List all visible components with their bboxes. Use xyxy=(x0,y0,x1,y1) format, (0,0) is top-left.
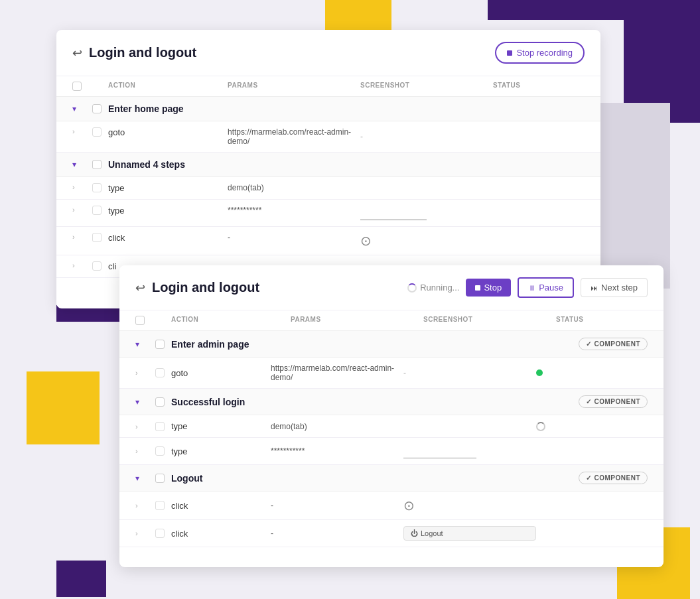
running-label: Running... xyxy=(407,283,459,293)
front-row-type-2-expand[interactable]: › xyxy=(135,447,155,455)
front-params-header: PARAMS xyxy=(291,316,423,325)
front-section-2: ▾ Successful login ✓ COMPONENT xyxy=(119,389,664,415)
component-check-icon-2: ✓ xyxy=(586,398,592,405)
front-row-type-1: › type demo(tab) xyxy=(119,415,664,438)
back-row-type-1-expand[interactable]: › xyxy=(72,183,92,193)
pause-icon: ⏸ xyxy=(528,284,535,292)
back-panel-title-group: ↩ Login and logout xyxy=(72,45,196,60)
next-step-label: Next step xyxy=(601,283,638,293)
front-section-3-checkbox[interactable] xyxy=(155,474,165,483)
front-section-3-chevron[interactable]: ▾ xyxy=(135,474,155,483)
pause-label: Pause xyxy=(539,283,563,293)
back-row-goto-status xyxy=(493,127,585,146)
back-row-goto: › goto https://marmelab.com/react-admin-… xyxy=(56,121,600,153)
power-icon: ⏻ xyxy=(411,529,418,537)
back-select-all-checkbox[interactable] xyxy=(72,82,82,91)
back-row-type-2-screenshot xyxy=(360,206,493,220)
front-row-click-1-expand[interactable]: › xyxy=(135,501,155,509)
back-row-click-1-action: click xyxy=(108,233,228,249)
front-row-click-2: › click - ⏻ Logout xyxy=(119,520,664,547)
front-section-2-checkbox[interactable] xyxy=(155,397,165,407)
back-row-cli-expand[interactable]: › xyxy=(72,261,92,271)
back-row-goto-expand[interactable]: › xyxy=(72,127,92,146)
front-row-type-1-status xyxy=(536,422,648,431)
back-panel-header: ↩ Login and logout Stop recording xyxy=(56,30,600,76)
front-row-click-2-checkbox[interactable] xyxy=(155,529,165,538)
stop-square-icon xyxy=(507,50,512,56)
front-section-1-title: Enter admin page xyxy=(171,339,579,350)
front-row-type-2-params: *********** xyxy=(271,446,403,456)
back-row-type-1-screenshot xyxy=(360,183,493,193)
stop-button[interactable]: Stop xyxy=(466,279,511,297)
front-section-1-chevron[interactable]: ▾ xyxy=(135,340,155,349)
back-row-click-1-expand[interactable]: › xyxy=(72,233,92,249)
back-row-type-1: › type demo(tab) xyxy=(56,177,600,200)
back-row-goto-params: https://marmelab.com/react-admin-demo/ xyxy=(228,127,360,146)
front-section-1-checkbox[interactable] xyxy=(155,340,165,349)
deco-purple-top xyxy=(488,0,627,20)
front-row-click-1-checkbox[interactable] xyxy=(155,501,165,510)
front-row-click-2-params: - xyxy=(271,529,403,538)
front-row-goto-checkbox[interactable] xyxy=(155,368,165,377)
running-spinner-icon xyxy=(407,283,417,293)
front-section-2-title: Successful login xyxy=(171,397,579,407)
front-row-click-2-screenshot: ⏻ Logout xyxy=(403,526,536,541)
front-table-header: ACTION PARAMS SCREENSHOT STATUS xyxy=(119,310,664,331)
front-select-all-checkbox[interactable] xyxy=(135,316,145,325)
back-section-1-chevron[interactable]: ▾ xyxy=(72,104,92,113)
stop-recording-label: Stop recording xyxy=(516,48,573,58)
front-row-goto: › goto https://marmelab.com/react-admin-… xyxy=(119,358,664,389)
front-section-1-badge: ✓ COMPONENT xyxy=(579,338,648,350)
front-section-1: ▾ Enter admin page ✓ COMPONENT xyxy=(119,331,664,358)
deco-purple-bottom-small xyxy=(56,561,106,597)
back-row-click-1-checkbox[interactable] xyxy=(92,233,102,242)
front-screenshot-input[interactable] xyxy=(403,444,476,458)
back-row-type-1-params: demo(tab) xyxy=(228,183,360,193)
back-row-cli-checkbox[interactable] xyxy=(92,261,102,271)
front-row-type-2-screenshot xyxy=(403,444,536,458)
stop-label: Stop xyxy=(484,283,502,293)
front-row-click-1-action: click xyxy=(171,501,271,511)
front-section-3-badge-label: COMPONENT xyxy=(595,474,641,482)
front-row-click-2-expand[interactable]: › xyxy=(135,529,155,537)
next-step-icon: ⏭ xyxy=(591,284,598,292)
front-row-type-1-params: demo(tab) xyxy=(271,422,403,431)
back-row-click-1: › click - ⊙ xyxy=(56,227,600,255)
back-panel-title: Login and logout xyxy=(89,45,196,60)
back-screenshot-input[interactable] xyxy=(360,206,427,220)
front-row-goto-expand[interactable]: › xyxy=(135,369,155,377)
front-row-type-2-checkbox[interactable] xyxy=(155,446,165,456)
front-section-3: ▾ Logout ✓ COMPONENT xyxy=(119,465,664,492)
front-row-click-1: › click - ⊙ xyxy=(119,492,664,520)
stop-recording-button[interactable]: Stop recording xyxy=(495,42,585,64)
back-arrow-icon[interactable]: ↩ xyxy=(72,46,82,60)
front-screenshot-header: SCREENSHOT xyxy=(423,316,556,325)
deco-yellow-left xyxy=(27,371,100,444)
back-row-goto-checkbox[interactable] xyxy=(92,127,102,137)
back-section-1-checkbox[interactable] xyxy=(92,104,102,113)
back-section-2-chevron[interactable]: ▾ xyxy=(72,160,92,169)
back-section-2-checkbox[interactable] xyxy=(92,160,102,169)
front-row-click-1-screenshot: ⊙ xyxy=(403,498,536,513)
logout-btn-label: Logout xyxy=(421,529,443,537)
status-loading-icon xyxy=(536,422,545,431)
front-section-2-badge: ✓ COMPONENT xyxy=(579,395,648,408)
back-row-type-1-checkbox[interactable] xyxy=(92,183,102,192)
back-row-type-2-checkbox[interactable] xyxy=(92,206,102,215)
back-section-2-title: Unnamed 4 steps xyxy=(108,159,585,170)
back-row-type-2: › type *********** xyxy=(56,200,600,227)
front-row-type-1-expand[interactable]: › xyxy=(135,423,155,431)
back-row-goto-action: goto xyxy=(108,127,228,146)
back-row-type-2-expand[interactable]: › xyxy=(72,206,92,220)
next-step-button[interactable]: ⏭ Next step xyxy=(581,278,648,297)
front-row-click-2-action: click xyxy=(171,529,271,539)
back-row-goto-screenshot: - xyxy=(360,127,493,146)
front-action-header: ACTION xyxy=(171,316,291,325)
back-row-click-1-status xyxy=(493,233,585,249)
front-panel-title: Login and logout xyxy=(152,280,259,295)
front-back-arrow-icon[interactable]: ↩ xyxy=(135,281,145,295)
pause-button[interactable]: ⏸ Pause xyxy=(518,277,574,298)
front-row-type-1-checkbox[interactable] xyxy=(155,422,165,431)
front-row-type-2-action: type xyxy=(171,446,271,456)
front-section-2-chevron[interactable]: ▾ xyxy=(135,397,155,407)
